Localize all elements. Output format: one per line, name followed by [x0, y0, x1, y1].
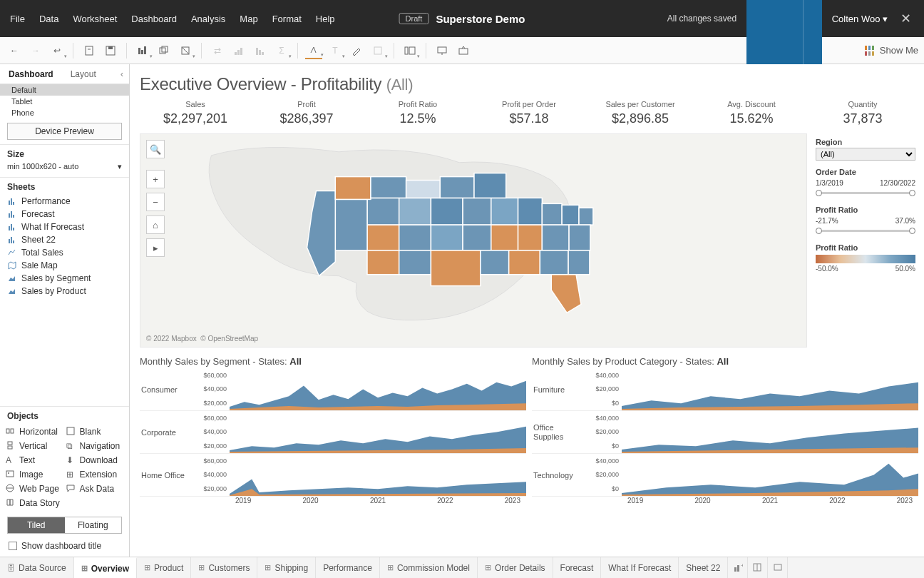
sheet-sales-segment[interactable]: Sales by Segment	[3, 272, 126, 285]
menu-format[interactable]: Format	[265, 11, 309, 27]
menu-analysis[interactable]: Analysis	[184, 11, 232, 27]
segment-row-consumer[interactable]: Consumer $60,000$40,000$20,000	[140, 368, 526, 411]
tab-sheet22[interactable]: Sheet 22	[679, 557, 728, 578]
show-title-checkbox[interactable]: Show dashboard title	[0, 538, 129, 557]
labels-icon[interactable]: T	[327, 42, 344, 59]
segment-row-homeoffice[interactable]: Home Office $60,000$40,000$20,000	[140, 454, 526, 497]
cards-icon[interactable]	[401, 42, 419, 59]
svg-rect-54	[463, 198, 491, 225]
fit-icon[interactable]	[369, 42, 386, 59]
category-row-office[interactable]: Office Supplies $40,000$20,000$0	[532, 411, 918, 454]
category-row-technology[interactable]: Technology $40,000$20,000$0	[532, 454, 918, 497]
collapse-sidebar-icon[interactable]: ‹	[115, 69, 129, 79]
dashboard-title: Executive Overview - Profitability (All)	[140, 64, 918, 97]
menu-help[interactable]: Help	[309, 11, 342, 27]
redo-icon[interactable]: →	[27, 42, 44, 59]
device-tablet[interactable]: Tablet	[0, 96, 129, 107]
tab-overview[interactable]: ⊞Overview	[74, 557, 137, 578]
sheet-total-sales[interactable]: Total Sales	[3, 246, 126, 259]
segment-row-corporate[interactable]: Corporate $60,000$40,000$20,000	[140, 411, 526, 454]
user-menu[interactable]: Colten Woo ▾	[832, 14, 888, 24]
map-home-icon[interactable]: ⌂	[146, 216, 165, 234]
obj-blank[interactable]: Blank	[66, 425, 124, 438]
swap-icon[interactable]: ⇄	[209, 42, 226, 59]
tab-product[interactable]: ⊞Product	[137, 557, 191, 578]
device-preview-button[interactable]: Device Preview	[7, 123, 122, 140]
download-icon: ⬇	[66, 455, 76, 465]
tab-commission[interactable]: ⊞Commission Model	[380, 557, 478, 578]
new-datasource-icon[interactable]	[81, 42, 98, 59]
tab-performance[interactable]: Performance	[316, 557, 380, 578]
map-search-icon[interactable]: 🔍	[146, 140, 165, 158]
tab-customers[interactable]: ⊞Customers	[191, 557, 257, 578]
obj-webpage[interactable]: Web Page	[6, 482, 63, 495]
obj-navigation[interactable]: ⧉Navigation	[66, 440, 124, 452]
menu-data[interactable]: Data	[32, 11, 66, 27]
obj-vertical[interactable]: Vertical	[6, 440, 63, 452]
menu-map[interactable]: Map	[232, 11, 265, 27]
tab-forecast[interactable]: Forecast	[553, 557, 602, 578]
sales-map[interactable]: 🔍 + − ⌂ ▸	[140, 133, 807, 348]
new-dashboard-icon[interactable]	[748, 557, 768, 578]
sheet-sales-product[interactable]: Sales by Product	[3, 285, 126, 298]
size-dropdown[interactable]: min 1000x620 - auto▾	[7, 162, 122, 171]
device-default[interactable]: Default	[0, 84, 129, 96]
category-row-furniture[interactable]: Furniture $40,000$20,000$0	[532, 368, 918, 411]
sheet-performance[interactable]: Performance	[3, 195, 126, 208]
obj-datastory[interactable]: Data Story	[6, 497, 63, 509]
device-phone[interactable]: Phone	[0, 107, 129, 118]
share-icon[interactable]	[455, 42, 472, 59]
kpi-row: Sales$2,297,201 Profit$286,397 Profit Ra…	[140, 97, 918, 133]
floating-button[interactable]: Floating	[65, 517, 122, 533]
tab-dashboard[interactable]: Dashboard	[0, 65, 62, 83]
save-icon[interactable]	[102, 42, 119, 59]
new-story-icon[interactable]	[768, 557, 788, 578]
revert-icon[interactable]: ↩	[48, 42, 66, 59]
map-zoom-out-icon[interactable]: −	[146, 193, 165, 211]
tab-datasource[interactable]: 🗄Data Source	[0, 557, 74, 578]
profitratio-slider[interactable]	[816, 226, 915, 236]
sheet-whatif[interactable]: What If Forecast	[3, 220, 126, 233]
category-charts: Monthly Sales by Product Category - Stat…	[532, 352, 918, 509]
svg-rect-45	[8, 446, 12, 449]
obj-download[interactable]: ⬇Download	[66, 454, 124, 467]
map-zoom-in-icon[interactable]: +	[146, 170, 165, 188]
menu-file[interactable]: File	[3, 11, 32, 27]
sheet-forecast[interactable]: Forecast	[3, 208, 126, 220]
highlight-icon[interactable]	[305, 42, 322, 59]
date-slider[interactable]	[816, 188, 915, 198]
tab-orderdetails[interactable]: ⊞Order Details	[478, 557, 553, 578]
profitratio-label: Profit Ratio	[816, 206, 915, 214]
region-dropdown[interactable]: (All)	[816, 148, 915, 161]
presentation-icon[interactable]	[433, 42, 451, 59]
obj-image[interactable]: Image	[6, 468, 63, 481]
date-min: 1/3/2019	[816, 179, 843, 187]
clear-icon[interactable]	[177, 42, 194, 59]
tiled-button[interactable]: Tiled	[8, 517, 65, 533]
dashboard-icon: ⊞	[144, 563, 150, 572]
tab-shipping[interactable]: ⊞Shipping	[257, 557, 316, 578]
menu-worksheet[interactable]: Worksheet	[66, 11, 124, 27]
tab-layout[interactable]: Layout	[62, 65, 105, 83]
close-icon[interactable]: ✕	[898, 11, 914, 26]
totals-icon[interactable]: Σ	[273, 42, 290, 59]
map-pan-icon[interactable]: ▸	[146, 238, 165, 257]
blank-icon	[66, 427, 76, 437]
obj-horizontal[interactable]: Horizontal	[6, 425, 63, 438]
sheet-22[interactable]: Sheet 22	[3, 233, 126, 246]
menu-dashboard[interactable]: Dashboard	[124, 11, 184, 27]
undo-icon[interactable]: ←	[6, 42, 23, 59]
obj-extension[interactable]: ⊞Extension	[66, 468, 124, 481]
sort-asc-icon[interactable]	[230, 42, 247, 59]
sort-desc-icon[interactable]	[252, 42, 269, 59]
svg-rect-14	[256, 48, 258, 55]
new-sheet-icon[interactable]	[134, 42, 151, 59]
format-icon[interactable]	[348, 42, 365, 59]
tab-whatif[interactable]: What If Forecast	[601, 557, 679, 578]
sheet-sale-map[interactable]: Sale Map	[3, 259, 126, 272]
svg-rect-82	[737, 565, 739, 572]
duplicate-icon[interactable]	[155, 42, 173, 59]
new-worksheet-icon[interactable]: +	[728, 557, 748, 578]
obj-text[interactable]: AText	[6, 454, 63, 467]
obj-askdata[interactable]: Ask Data	[66, 482, 124, 495]
